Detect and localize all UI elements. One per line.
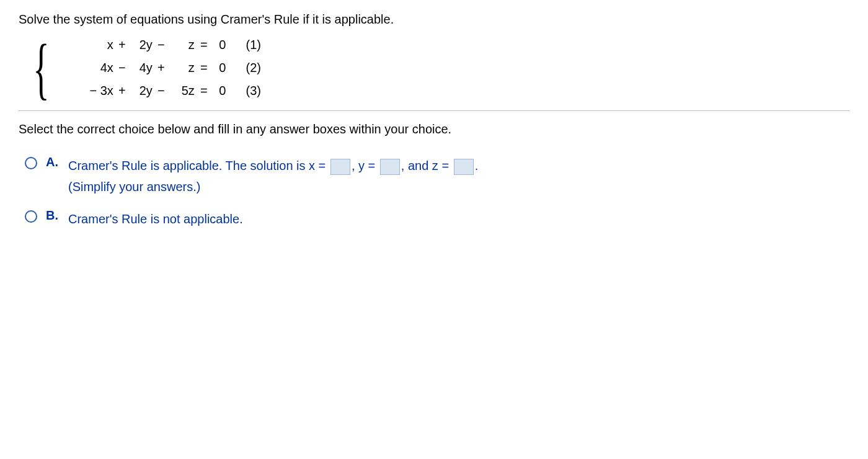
x-answer-input[interactable] [330,159,350,175]
choices-block: A. Cramer's Rule is applicable. The solu… [25,155,849,230]
choice-a-content: Cramer's Rule is applicable. The solutio… [68,155,478,197]
eq-term: − 3x [79,84,113,98]
choice-a-text: Cramer's Rule is applicable. The solutio… [68,159,326,172]
eq-op: + [113,84,131,98]
eq-rhs: 0 [213,61,232,75]
eq-term: 4y [131,61,153,75]
choice-a-text: , y = [352,159,375,172]
eq-number: (3) [232,84,263,98]
equation-row: 4x − 4y + z = 0 (2) [79,61,263,75]
choice-b-content: Cramer's Rule is not applicable. [68,208,243,230]
eq-term: z [170,38,195,52]
eq-term: 4x [79,61,113,75]
choice-b-label: B. [46,208,60,223]
equations-block: x + 2y − z = 0 (1) 4x − 4y + z = 0 (2) −… [79,38,263,98]
eq-term: 2y [131,84,153,98]
eq-term: z [170,61,195,75]
y-answer-input[interactable] [380,159,400,175]
eq-term: 2y [131,38,153,52]
eq-rhs: 0 [213,84,232,98]
eq-number: (2) [232,61,263,75]
eq-equals: = [195,61,213,75]
equation-system: { x + 2y − z = 0 (1) 4x − 4y + z = 0 (2)… [25,38,849,98]
equation-row: − 3x + 2y − 5z = 0 (3) [79,84,263,98]
eq-rhs: 0 [213,38,232,52]
eq-number: (1) [232,38,263,52]
eq-term: x [79,38,113,52]
radio-b[interactable] [25,210,37,223]
z-answer-input[interactable] [454,159,474,175]
eq-op: − [153,38,170,52]
instruction-text: Select the correct choice below and fill… [19,122,849,136]
eq-term: 5z [170,84,195,98]
choice-a-text: , and z = [401,159,449,172]
choice-a-text: . [475,159,479,172]
divider [19,110,849,111]
eq-op: + [113,38,131,52]
eq-op: − [113,61,131,75]
choice-a-hint: (Simplify your answers.) [68,180,200,194]
question-text: Solve the system of equations using Cram… [19,12,849,27]
choice-b: B. Cramer's Rule is not applicable. [25,208,849,230]
radio-a[interactable] [25,157,37,169]
choice-a: A. Cramer's Rule is applicable. The solu… [25,155,849,197]
eq-equals: = [195,38,213,52]
eq-op: + [153,61,170,75]
choice-a-label: A. [46,155,60,169]
eq-op: − [153,84,170,98]
left-brace-icon: { [33,41,49,96]
eq-equals: = [195,84,213,98]
equation-row: x + 2y − z = 0 (1) [79,38,263,52]
choice-b-text: Cramer's Rule is not applicable. [68,212,243,226]
